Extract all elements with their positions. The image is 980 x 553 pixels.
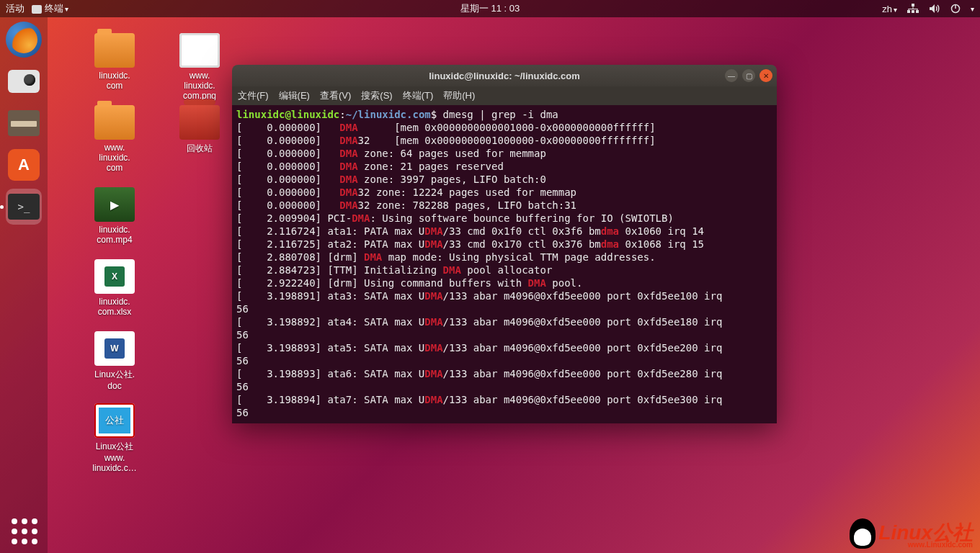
svg-rect-4 (913, 6, 914, 9)
activities-button[interactable]: 活动 (6, 2, 24, 15)
terminal-glyph-icon (32, 5, 42, 14)
svg-rect-5 (909, 9, 918, 9)
desktop-icon-label: Linux公社 www. linuxidc.c… (75, 441, 154, 473)
dock-terminal[interactable]: >_ (6, 189, 42, 225)
dock-camera[interactable] (6, 63, 42, 99)
svg-rect-1 (907, 10, 910, 13)
dock-files[interactable] (6, 105, 42, 141)
desktop-icon-label: 回收站 (160, 143, 239, 155)
dock-firefox[interactable] (6, 22, 42, 58)
dock: A >_ (0, 17, 48, 553)
menu-item[interactable]: 编辑(E) (279, 89, 310, 102)
desktop-icon[interactable]: Linux公社. doc (75, 331, 154, 391)
desktop-icon-label: linuxidc. com (75, 71, 154, 91)
menu-item[interactable]: 文件(F) (238, 89, 269, 102)
top-panel: 活动 终端 星期一 11 : 03 zh ▾ (0, 0, 980, 17)
menubar: 文件(F)编辑(E)查看(V)搜索(S)终端(T)帮助(H) (232, 86, 777, 105)
desktop-icon-label: linuxidc. com.mp4 (75, 225, 154, 245)
network-icon[interactable] (907, 4, 919, 14)
input-source-indicator[interactable]: zh (882, 4, 897, 14)
menu-item[interactable]: 搜索(S) (361, 89, 392, 102)
svg-rect-7 (917, 9, 918, 10)
svg-rect-0 (912, 4, 914, 6)
xls-icon (94, 259, 135, 294)
desktop-icon[interactable]: www. linuxidc. com (75, 105, 154, 173)
desktop-icon[interactable]: linuxidc. com (75, 33, 154, 91)
desktop-icon-label: www. linuxidc. com (75, 143, 154, 173)
terminal-window: linuxidc@linuxidc: ~/linuxidc.com — ▢ ✕ … (232, 65, 777, 423)
close-button[interactable]: ✕ (760, 69, 772, 82)
tux-icon (850, 518, 876, 549)
desktop-icon[interactable]: Linux公社 www. linuxidc.c… (75, 403, 154, 473)
desktop-icon-label: www. linuxidc. com.png (160, 71, 239, 101)
svg-rect-2 (912, 10, 914, 13)
desktop-icon-label: linuxidc. com.xlsx (75, 297, 154, 317)
vid-icon (94, 187, 135, 222)
watermark: Linux公社 www.Linuxidc.com (850, 518, 973, 549)
link-icon (94, 403, 135, 438)
trash-icon (179, 105, 220, 140)
app-indicator[interactable]: 终端 (32, 2, 68, 15)
menu-item[interactable]: 终端(T) (403, 89, 434, 102)
minimize-button[interactable]: — (725, 69, 738, 82)
img-icon (179, 33, 220, 68)
menu-item[interactable]: 帮助(H) (443, 89, 475, 102)
svg-rect-3 (916, 10, 919, 13)
terminal-output[interactable]: linuxidc@linuxidc:~/linuxidc.com$ dmesg … (232, 105, 777, 423)
clock[interactable]: 星期一 11 : 03 (460, 2, 520, 15)
power-icon[interactable] (950, 4, 961, 14)
desktop-icon[interactable]: 回收站 (160, 105, 239, 155)
show-applications-button[interactable] (12, 518, 37, 544)
desktop-icon[interactable]: www. linuxidc. com.png (160, 33, 239, 101)
dock-software[interactable]: A (6, 147, 42, 183)
folder-icon (94, 105, 135, 140)
folder-icon (94, 33, 135, 68)
doc-icon (94, 331, 135, 366)
window-title: linuxidc@linuxidc: ~/linuxidc.com (429, 71, 580, 81)
menu-item[interactable]: 查看(V) (320, 89, 351, 102)
maximize-button[interactable]: ▢ (742, 69, 755, 82)
titlebar[interactable]: linuxidc@linuxidc: ~/linuxidc.com — ▢ ✕ (232, 65, 777, 86)
system-menu-arrow-icon[interactable]: ▾ (971, 5, 974, 13)
desktop-icon-label: Linux公社. doc (75, 369, 154, 391)
desktop-icon[interactable]: linuxidc. com.mp4 (75, 187, 154, 245)
volume-icon[interactable] (929, 4, 940, 14)
svg-rect-6 (909, 9, 909, 10)
desktop-icon[interactable]: linuxidc. com.xlsx (75, 259, 154, 317)
